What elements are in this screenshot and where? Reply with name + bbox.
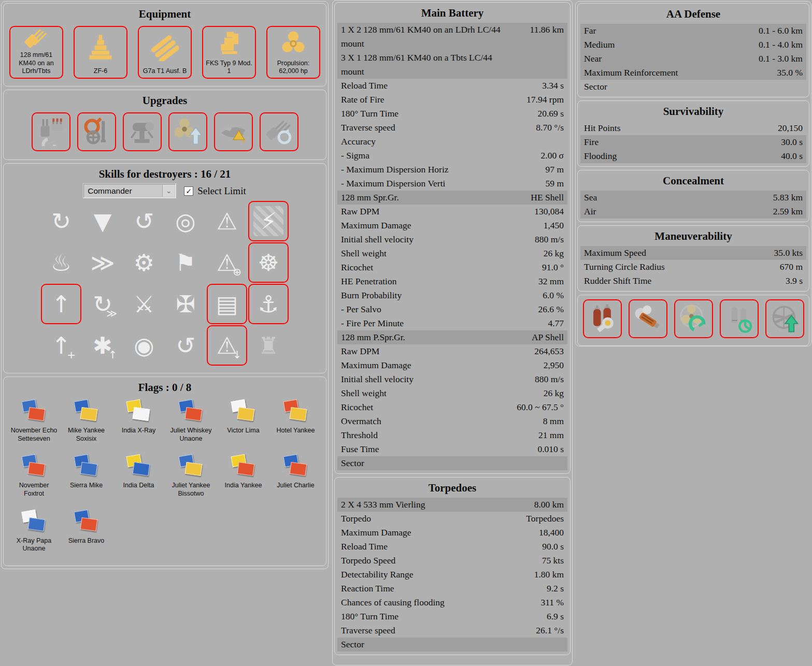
stat-row: Rate of Fire 17.94 rpm <box>337 93 567 107</box>
stat-row: Reload Time 90.0 s <box>337 540 567 554</box>
skill-torpedo-speed-icon[interactable]: ≫ <box>82 242 123 283</box>
stat-value: Torpedoes <box>451 512 564 526</box>
stat-label: Detectability Range <box>341 568 472 582</box>
stat-label: Torpedo <box>341 512 447 526</box>
chevron-down-icon[interactable]: ⌄ <box>162 185 175 197</box>
flag-item[interactable]: Juliet Yankee Bissotwo <box>165 455 217 498</box>
stat-row: Air 2.59 km <box>580 205 806 219</box>
upgrade-propulsion-mod[interactable] <box>168 112 207 151</box>
upgrade-icon <box>36 116 66 148</box>
upgrade-aiming-systems-mod[interactable] <box>123 112 162 151</box>
stat-row: Maximum Damage 2,950 <box>337 358 567 372</box>
stat-row: Traverse speed 26.1 °/s <box>337 624 567 638</box>
aa-defense-title: AA Defense <box>579 8 808 21</box>
skill-torpedo-reload-icon[interactable]: ↻ ≫ <box>82 284 123 324</box>
flag-item[interactable]: Juliet Whiskey Unaone <box>165 400 217 443</box>
equipment-hull[interactable]: ZF-6 <box>74 26 127 79</box>
skill-battleship-icon[interactable]: ⚓ <box>248 284 289 324</box>
flag-item[interactable]: Sierra Bravo <box>60 511 112 553</box>
select-limit-checkbox[interactable] <box>184 186 193 196</box>
stat-row: Ricochet 60.0 ~ 67.5 ° <box>337 400 567 414</box>
stat-label: Maximum Speed <box>584 246 708 260</box>
equipment-main-guns[interactable]: 128 mm/61 KM40 on an LDrh/Tbts <box>9 26 63 79</box>
flag-label: Victor Lima <box>227 427 259 435</box>
skill-vigilance-icon[interactable]: ⚑ <box>165 242 206 283</box>
commander-select[interactable]: Commander ⌄ <box>83 184 176 198</box>
skill-torpedo-launcher-icon[interactable]: ▼ <box>82 201 123 241</box>
flag-item[interactable]: Hotel Yankee <box>269 400 322 443</box>
flag-item[interactable]: Sierra Mike <box>60 455 112 498</box>
stat-value: 880 m/s <box>476 372 564 386</box>
skill-priority-target-icon[interactable]: ⚠ ⊕ <box>207 242 247 283</box>
stat-value: 311 % <box>495 596 564 610</box>
consumable-main-battery-reload-booster[interactable] <box>720 299 759 338</box>
upgrade-main-battery-mod[interactable] <box>260 112 298 151</box>
upgrade-target-acquisition-mod[interactable] <box>214 112 253 151</box>
flag-item[interactable]: X-Ray Papa Unaone <box>8 511 60 553</box>
skill-turret-traverse-icon[interactable]: ↻ <box>41 201 81 241</box>
stat-row: - Per Salvo 26.6 % <box>337 302 567 316</box>
upgrade-damage-control-mod[interactable] <box>77 112 116 151</box>
equipment-torpedoes[interactable]: G7a T1 Ausf. B <box>138 26 192 79</box>
consumable-damage-control-party[interactable] <box>583 299 622 338</box>
aa-defense-panel: AA Defense Far 0.1 - 6.0 km Medium 0.1 -… <box>577 3 809 97</box>
skill-fire-starter-icon[interactable]: ♨ <box>41 242 81 283</box>
flag-item[interactable]: India Delta <box>112 455 165 498</box>
stat-value: 90.0 s <box>467 540 564 554</box>
skill-detection-reduction-icon[interactable]: ⚠ ↓ <box>207 325 247 366</box>
flag-item[interactable]: November Foxtrot <box>8 455 60 498</box>
flag-item[interactable]: November Echo Setteseven <box>8 400 60 443</box>
flag-item[interactable]: India Yankee <box>217 455 269 498</box>
skill-aa-reinforcement-icon[interactable]: ↑ <box>41 284 81 324</box>
equipment-fire-control[interactable]: FKS Typ 9 Mod. 1 <box>202 26 256 79</box>
signal-flag-icon <box>73 511 100 534</box>
stat-label: - Maximum Dispersion Horiz <box>341 163 495 177</box>
stat-row: Turning Circle Radius 670 m <box>580 260 806 274</box>
flag-item[interactable]: Victor Lima <box>217 400 269 443</box>
stat-value: 11.86 km <box>519 23 564 37</box>
skill-radio-location-icon[interactable]: ◉ <box>124 325 164 366</box>
stat-value: 880 m/s <box>476 233 564 247</box>
stat-label: - Sigma <box>341 149 453 163</box>
consumable-smoke-generator[interactable] <box>629 299 667 338</box>
skill-propulsion-boost-icon[interactable]: ✱ ↑ <box>82 325 123 366</box>
flag-label: India Delta <box>123 482 154 490</box>
stat-value: 264,653 <box>459 344 564 358</box>
skill-aa-barrage-icon[interactable]: ↑ + <box>41 325 81 366</box>
skill-crossed-swords-icon[interactable]: ⚔ <box>124 284 164 324</box>
stat-value: 8.70 °/s <box>468 121 564 135</box>
consumable-engine-boost[interactable] <box>674 299 713 338</box>
skills-grid: ↻ ▼ ↺ <box>5 201 325 370</box>
skill-shells-reload-icon[interactable]: ◎ <box>165 201 206 241</box>
flag-item[interactable]: Juliet Charlie <box>269 455 322 498</box>
stat-value: 2,950 <box>479 358 564 372</box>
skill-consumables-reload-icon[interactable]: ↺ <box>124 201 164 241</box>
stat-label: Traverse speed <box>341 624 464 638</box>
stat-value: 60.0 ~ 67.5 ° <box>447 400 564 414</box>
flag-item[interactable]: India X-Ray <box>112 400 165 443</box>
skill-engine-timer-icon[interactable]: ⚙ <box>124 242 164 283</box>
flag-label: Juliet Charlie <box>277 482 314 490</box>
stat-row: Burn Probability 6.0 % <box>337 288 567 302</box>
stat-label: Maximum Damage <box>341 358 475 372</box>
consumable-torpedo-reload-booster[interactable] <box>765 299 804 338</box>
skill-depth-charges-icon[interactable]: ▤ <box>207 284 247 324</box>
stat-row: Detectability Range 1.80 km <box>337 568 567 582</box>
stat-row: Medium 0.1 - 4.0 km <box>580 38 806 52</box>
survivability-rows: Hit Points 20,150 Fire 30.0 s Flooding 4… <box>579 121 808 163</box>
skill-shell-warning-icon[interactable]: ⚠ <box>207 201 247 241</box>
skill-turret-reload-icon[interactable]: ↺ <box>165 325 206 366</box>
stat-label: Shell weight <box>341 247 463 260</box>
flag-item[interactable]: Mike Yankee Soxisix <box>60 400 112 443</box>
upgrade-main-armaments-mod[interactable] <box>32 112 70 151</box>
skill-ship-silhouette-icon[interactable]: ♜ <box>248 325 289 366</box>
stat-label: Sector <box>584 80 703 94</box>
equipment-propulsion[interactable]: Propulsion: 62,000 hp <box>266 26 320 79</box>
stat-label: Sea <box>584 191 683 205</box>
skill-helmsman-icon[interactable]: ☸ <box>248 242 289 283</box>
stat-label: Sector <box>341 638 462 651</box>
stat-row: Maximum Reinforcement 35.0 % <box>580 66 806 80</box>
equipment-item-label: 128 mm/61 KM40 on an LDrh/Tbts <box>10 51 62 78</box>
skill-lightning-camo-icon[interactable]: ⚡ <box>248 201 289 241</box>
skill-fire-shield-icon[interactable]: ✠ <box>165 284 206 324</box>
